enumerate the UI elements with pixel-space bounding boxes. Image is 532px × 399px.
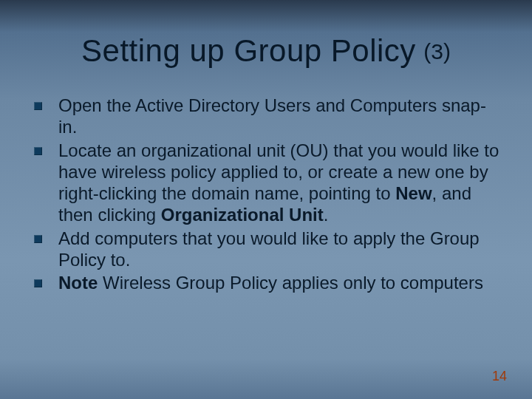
- list-item: Locate an organizational unit (OU) that …: [34, 140, 502, 226]
- bullet-text: Add computers that you would like to app…: [58, 228, 502, 271]
- page-number: 14: [492, 369, 507, 384]
- square-bullet-icon: [34, 147, 42, 155]
- list-item: Note Wireless Group Policy applies only …: [34, 272, 502, 293]
- square-bullet-icon: [34, 235, 42, 243]
- square-bullet-icon: [34, 279, 42, 287]
- bullet-text: Open the Active Directory Users and Comp…: [58, 95, 502, 138]
- square-bullet-icon: [34, 102, 42, 110]
- list-item: Open the Active Directory Users and Comp…: [34, 95, 502, 138]
- slide-title-main: Setting up Group Policy: [81, 33, 416, 68]
- bullet-text: Note Wireless Group Policy applies only …: [58, 272, 483, 293]
- bullet-list: Open the Active Directory Users and Comp…: [34, 95, 502, 295]
- list-item: Add computers that you would like to app…: [34, 228, 502, 271]
- slide-title-suffix: (3): [423, 39, 451, 64]
- bullet-text: Locate an organizational unit (OU) that …: [58, 140, 502, 226]
- slide-title: Setting up Group Policy (3): [0, 33, 532, 69]
